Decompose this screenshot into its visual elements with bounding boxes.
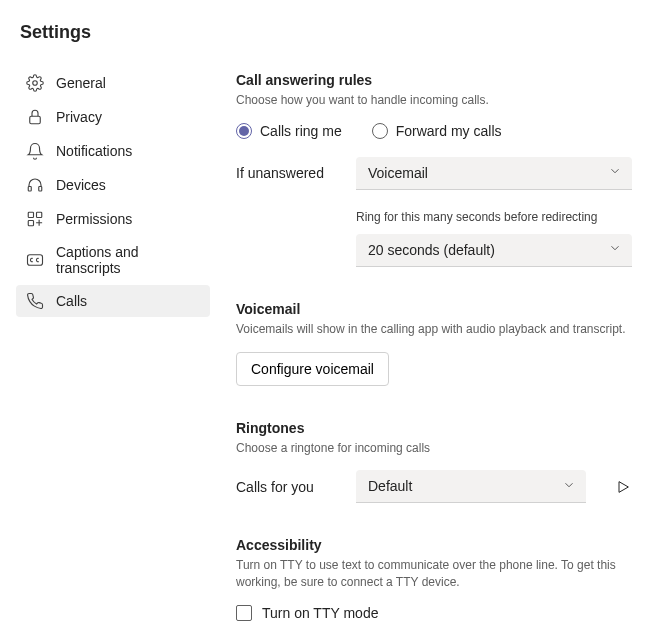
radio-icon [372, 123, 388, 139]
sidebar-item-permissions[interactable]: Permissions [16, 203, 210, 235]
sidebar-item-label: Privacy [56, 109, 102, 125]
checkbox-icon [236, 605, 252, 621]
select-value: 20 seconds (default) [368, 242, 495, 258]
calls-for-you-select[interactable]: Default [356, 470, 586, 503]
cc-icon [26, 251, 44, 269]
apps-icon [26, 210, 44, 228]
if-unanswered-select[interactable]: Voicemail [356, 157, 632, 190]
bell-icon [26, 142, 44, 160]
section-ringtones: Ringtones Choose a ringtone for incoming… [236, 420, 640, 504]
radio-calls-ring-me[interactable]: Calls ring me [236, 123, 342, 139]
sidebar-item-calls[interactable]: Calls [16, 285, 210, 317]
svg-rect-1 [30, 116, 41, 124]
sidebar-item-notifications[interactable]: Notifications [16, 135, 210, 167]
gear-icon [26, 74, 44, 92]
svg-rect-4 [28, 212, 33, 217]
accessibility-description: Turn on TTY to use text to communicate o… [236, 557, 640, 591]
ringtones-heading: Ringtones [236, 420, 640, 436]
svg-rect-7 [28, 255, 43, 266]
section-call-rules: Call answering rules Choose how you want… [236, 72, 640, 267]
chevron-down-icon [608, 164, 622, 181]
radio-forward-my-calls[interactable]: Forward my calls [372, 123, 502, 139]
select-value: Default [368, 478, 412, 494]
sidebar-item-label: Devices [56, 177, 106, 193]
radio-icon [236, 123, 252, 139]
voicemail-heading: Voicemail [236, 301, 640, 317]
sidebar-item-label: Calls [56, 293, 87, 309]
svg-rect-5 [37, 212, 42, 217]
svg-rect-3 [39, 187, 42, 192]
ringtones-description: Choose a ringtone for incoming calls [236, 440, 640, 457]
configure-voicemail-button[interactable]: Configure voicemail [236, 352, 389, 386]
chevron-down-icon [608, 241, 622, 258]
radio-label: Forward my calls [396, 123, 502, 139]
call-rules-heading: Call answering rules [236, 72, 640, 88]
section-voicemail: Voicemail Voicemails will show in the ca… [236, 301, 640, 386]
call-rules-description: Choose how you want to handle incoming c… [236, 92, 640, 109]
sidebar: General Privacy Notifi [16, 67, 210, 317]
play-ringtone-button[interactable] [612, 476, 634, 498]
svg-rect-6 [28, 221, 33, 226]
tty-mode-checkbox[interactable]: Turn on TTY mode [236, 605, 640, 621]
sidebar-item-label: Captions and transcripts [56, 244, 200, 276]
select-value: Voicemail [368, 165, 428, 181]
svg-marker-8 [619, 482, 628, 493]
page-title: Settings [16, 22, 210, 43]
sidebar-item-label: Notifications [56, 143, 132, 159]
if-unanswered-label: If unanswered [236, 165, 340, 181]
lock-icon [26, 108, 44, 126]
svg-rect-2 [28, 187, 31, 192]
ring-for-select[interactable]: 20 seconds (default) [356, 234, 632, 267]
sidebar-item-privacy[interactable]: Privacy [16, 101, 210, 133]
radio-label: Calls ring me [260, 123, 342, 139]
sidebar-item-captions[interactable]: Captions and transcripts [16, 237, 210, 283]
chevron-down-icon [562, 478, 576, 495]
calls-for-you-label: Calls for you [236, 479, 340, 495]
headset-icon [26, 176, 44, 194]
svg-point-0 [33, 81, 38, 86]
voicemail-description: Voicemails will show in the calling app … [236, 321, 640, 338]
sidebar-item-general[interactable]: General [16, 67, 210, 99]
phone-icon [26, 292, 44, 310]
sidebar-item-label: Permissions [56, 211, 132, 227]
ring-for-label: Ring for this many seconds before redire… [356, 210, 640, 224]
checkbox-label: Turn on TTY mode [262, 605, 378, 621]
accessibility-heading: Accessibility [236, 537, 640, 553]
sidebar-item-devices[interactable]: Devices [16, 169, 210, 201]
section-accessibility: Accessibility Turn on TTY to use text to… [236, 537, 640, 621]
sidebar-item-label: General [56, 75, 106, 91]
